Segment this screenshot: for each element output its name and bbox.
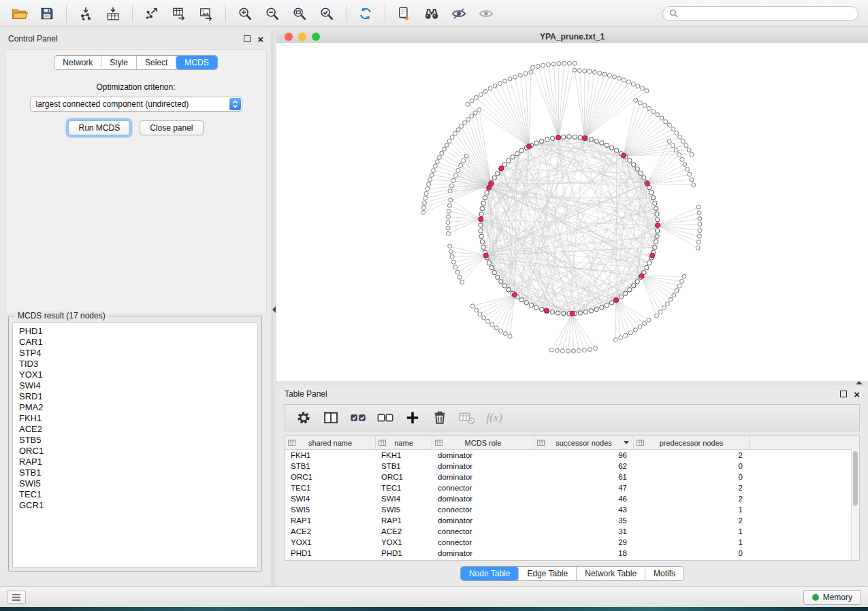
tab-motifs[interactable]: Motifs: [645, 567, 684, 580]
column-header-shared-name[interactable]: shared name: [285, 436, 376, 449]
mcds-result-item[interactable]: RAP1: [19, 457, 251, 467]
column-header-successor-nodes[interactable]: successor nodes: [534, 436, 634, 449]
mcds-result-item[interactable]: PMA2: [19, 402, 251, 413]
delete-columns-button[interactable]: [430, 407, 450, 429]
node-table-row[interactable]: STB1STB1dominator620: [285, 461, 859, 472]
mcds-result-item[interactable]: SWI5: [19, 478, 251, 489]
collapse-bottom-handle[interactable]: [856, 381, 863, 384]
hide-selected-button[interactable]: [446, 3, 472, 24]
table-settings-button[interactable]: [293, 407, 314, 429]
tab-style[interactable]: Style: [101, 56, 137, 69]
zoom-out-icon: [265, 6, 280, 21]
close-panel-button[interactable]: Close panel: [140, 120, 203, 135]
collapse-left-handle[interactable]: [272, 306, 276, 313]
control-panel-header: Control Panel ×: [0, 30, 272, 48]
mcds-result-item[interactable]: SWI4: [19, 380, 251, 391]
network-window-title: YPA_prune.txt_1: [540, 32, 605, 42]
zoom-selected-button[interactable]: [314, 3, 340, 24]
tab-select[interactable]: Select: [137, 56, 176, 69]
status-menu-button[interactable]: [7, 591, 26, 604]
node-table-row[interactable]: SWI5SWI5connector431: [285, 504, 859, 515]
open-folder-icon: [12, 6, 28, 21]
mcds-result-item[interactable]: PHD1: [19, 326, 251, 337]
close-panel-icon[interactable]: ×: [257, 34, 263, 44]
mcds-result-item[interactable]: TID3: [19, 359, 251, 369]
import-table-button[interactable]: [100, 3, 126, 24]
run-mcds-button[interactable]: Run MCDS: [68, 120, 130, 135]
node-table-row[interactable]: TEC1TEC1connector472: [285, 482, 859, 493]
mcds-result-item[interactable]: YOX1: [19, 369, 251, 380]
column-visibility-button[interactable]: [321, 407, 341, 429]
clone-network-button[interactable]: [391, 3, 417, 24]
node-table-row[interactable]: PHD1PHD1dominator180: [285, 548, 859, 559]
memory-button[interactable]: Memory: [803, 590, 861, 605]
mcds-result-item[interactable]: CAR1: [19, 337, 251, 348]
node-table-row[interactable]: ORC1ORC1dominator610: [285, 472, 859, 482]
export-network-button[interactable]: [139, 3, 165, 24]
mcds-result-item[interactable]: STP4: [19, 348, 251, 359]
network-graph[interactable]: [276, 43, 868, 381]
tab-node-table[interactable]: Node Table: [461, 567, 519, 580]
import-network-button[interactable]: [73, 3, 99, 24]
cell-successor-nodes: 35: [534, 516, 634, 525]
zoom-fit-button[interactable]: [287, 3, 312, 24]
zoom-window-traffic-light[interactable]: [312, 33, 320, 41]
mcds-result-list[interactable]: PHD1CAR1STP4TID3YOX1SWI4SRD1PMA2FKH1ACE2…: [12, 323, 258, 567]
node-table-row[interactable]: ACE2ACE2connector311: [285, 526, 859, 537]
cell-predecessor-nodes: 2: [634, 495, 750, 503]
cell-MCDS-role: dominator: [432, 462, 534, 470]
scrollbar-thumb[interactable]: [853, 451, 858, 506]
search-field[interactable]: [662, 6, 858, 21]
show-all-button[interactable]: [473, 3, 499, 24]
open-file-button[interactable]: [7, 3, 33, 24]
export-table-button[interactable]: [166, 3, 192, 24]
column-header-predecessor-nodes[interactable]: predecessor nodes: [634, 436, 750, 449]
cell-MCDS-role: dominator: [432, 549, 534, 557]
zoom-out-button[interactable]: [259, 3, 285, 24]
export-image-button[interactable]: [193, 3, 219, 24]
mcds-result-item[interactable]: STB1: [19, 467, 251, 478]
tab-mcds[interactable]: MCDS: [176, 56, 216, 69]
table-scrollbar[interactable]: [851, 449, 859, 560]
cell-MCDS-role: dominator: [432, 495, 534, 503]
cell-shared-name: SWI4: [285, 495, 376, 503]
node-table-row[interactable]: SWI4SWI4dominator462: [285, 493, 859, 504]
mcds-result-item[interactable]: ACE2: [19, 424, 251, 435]
find-button[interactable]: [419, 3, 445, 24]
node-table-row[interactable]: RAP1RAP1dominator352: [285, 515, 859, 526]
network-canvas[interactable]: [276, 43, 868, 381]
mcds-result-item[interactable]: SRD1: [19, 391, 251, 402]
list-icon: [12, 593, 21, 601]
zoom-fit-icon: [292, 6, 307, 21]
tab-network[interactable]: Network: [54, 56, 101, 69]
tab-edge-table[interactable]: Edge Table: [519, 567, 577, 580]
optimization-criterion-dropdown[interactable]: largest connected component (undirected): [30, 97, 242, 112]
float-panel-icon[interactable]: [244, 35, 251, 42]
close-window-traffic-light[interactable]: [285, 33, 293, 41]
function-builder-button[interactable]: f(x): [484, 407, 504, 429]
mcds-result-item[interactable]: GCR1: [19, 500, 251, 511]
select-all-rows-button[interactable]: [348, 407, 368, 429]
float-table-panel-icon[interactable]: [840, 391, 847, 397]
add-column-button[interactable]: [402, 407, 423, 429]
mcds-result-item[interactable]: STB5: [19, 435, 251, 446]
column-header-MCDS-role[interactable]: MCDS role: [432, 436, 534, 449]
save-session-button[interactable]: [34, 3, 60, 24]
mcds-result-item[interactable]: ORC1: [19, 446, 251, 457]
node-table-row[interactable]: YOX1YOX1connector291: [285, 537, 859, 548]
node-table-row[interactable]: FKH1FKH1dominator962: [285, 450, 859, 461]
search-input[interactable]: [681, 8, 852, 19]
network-window-titlebar[interactable]: YPA_prune.txt_1: [276, 30, 868, 44]
tab-network-table[interactable]: Network Table: [577, 567, 645, 580]
dropdown-stepper-icon: [229, 98, 241, 110]
mcds-result-item[interactable]: TEC1: [19, 489, 251, 500]
close-table-panel-icon[interactable]: ×: [854, 389, 860, 399]
refresh-button[interactable]: [353, 3, 379, 24]
zoom-in-button[interactable]: [232, 3, 258, 24]
delete-table-button[interactable]: [457, 407, 477, 429]
column-header-name[interactable]: name: [376, 436, 432, 449]
mcds-result-item[interactable]: FKH1: [19, 413, 251, 424]
memory-label: Memory: [823, 593, 852, 602]
deselect-all-rows-button[interactable]: [375, 407, 396, 429]
minimize-window-traffic-light[interactable]: [298, 33, 306, 41]
